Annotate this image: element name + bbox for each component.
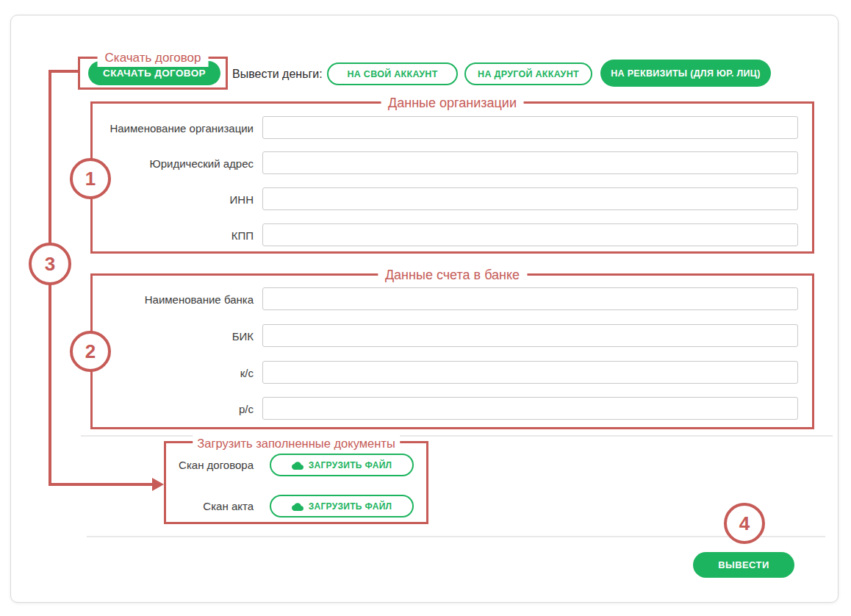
bank-section-title: Данные счета в банке (378, 266, 527, 284)
tab-own-account[interactable]: НА СВОЙ АККАУНТ (327, 62, 458, 85)
footer-divider (87, 536, 825, 537)
annotation-label-download: Скачать договор (98, 49, 209, 67)
callout-4: 4 (724, 503, 765, 544)
tab-requisites-legal[interactable]: НА РЕКВИЗИТЫ (ДЛЯ ЮР. ЛИЦ) (600, 60, 771, 87)
upload-contract-scan-button[interactable]: ЗАГРУЗИТЬ ФАЙЛ (270, 454, 414, 476)
withdraw-submit-button[interactable]: ВЫВЕСТИ (693, 552, 794, 578)
callout-3: 3 (29, 243, 71, 285)
upload-section-title: Загрузить заполненные документы (193, 434, 400, 452)
callout-1: 1 (70, 158, 111, 199)
arrow-right-icon (152, 478, 164, 491)
connector-line-top (49, 70, 78, 73)
connector-line-bottom (49, 483, 152, 486)
organization-section-title: Данные организации (381, 94, 524, 112)
cloud-upload-icon (292, 461, 304, 470)
withdraw-money-label: Вывести деньги: (232, 68, 323, 81)
cloud-upload-icon (292, 502, 304, 511)
tab-other-account[interactable]: НА ДРУГОЙ АККАУНТ (464, 62, 592, 85)
upload-button-label: ЗАГРУЗИТЬ ФАЙЛ (309, 501, 392, 512)
upload-act-scan-button[interactable]: ЗАГРУЗИТЬ ФАЙЛ (270, 495, 414, 517)
annotation-box-bank: Данные счета в банке (90, 273, 814, 429)
callout-2: 2 (70, 331, 111, 372)
upload-button-label: ЗАГРУЗИТЬ ФАЙЛ (309, 460, 392, 470)
annotation-box-organization: Данные организации (90, 101, 814, 254)
annotation-box-download: Скачать договор (78, 57, 228, 90)
